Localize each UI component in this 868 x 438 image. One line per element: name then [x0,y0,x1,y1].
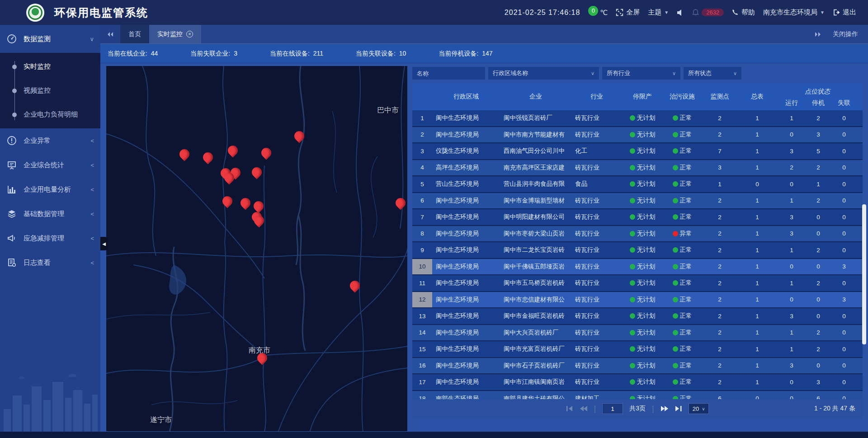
cell-region: 南部生态环境局 [432,391,500,400]
cell-run: 2 [777,160,807,176]
last-page-button[interactable] [675,405,682,412]
stat-item: 当前停机设备: 147 [439,50,492,58]
status-dot-icon [630,330,635,335]
table-row[interactable]: 11 阆中生态环境局 阆中市五马桥页岩机砖 砖瓦行业 无计划 正常 2 1 1 … [412,275,863,292]
tab-realtime-monitor[interactable]: 实时监控 × [149,25,201,43]
sidebar-group-log-file[interactable]: 日志查看 < [0,250,100,275]
sidebar-group-alert-circle[interactable]: 企业异常 < [0,128,100,153]
row-index: 14 [412,325,432,341]
page-number-input[interactable] [602,403,623,414]
sidebar-item[interactable]: 实时监控 [0,55,100,79]
table-row[interactable]: 10 阆中生态环境局 阆中千佛镇五郎垭页岩 砖瓦行业 无计划 正常 2 1 0 … [412,259,863,276]
table-row[interactable]: 7 阆中生态环境局 阆中明阳建材有限公司 砖瓦行业 无计划 正常 2 1 3 0… [412,209,863,226]
table-row[interactable]: 15 阆中生态环境局 阆中市光富页岩机砖厂 砖瓦行业 无计划 正常 2 1 1 … [412,341,863,358]
table-row[interactable]: 4 高坪生态环境局 南充市高坪区王家店建 砖瓦行业 无计划 正常 3 1 2 2… [412,160,863,177]
bottom-strip [0,432,868,438]
sidebar-group-layers[interactable]: 基础数据管理 < [0,202,100,226]
sidebar-group-bar-chart[interactable]: 企业用电量分析 < [0,177,100,202]
cell-limit-status: 无计划 [622,308,663,324]
status-dot-icon [673,330,678,335]
cell-limit-status: 无计划 [622,292,663,308]
collapse-sidebar-toggle[interactable]: ◀ [100,237,108,250]
sidebar-item[interactable]: 企业电力负荷明细 [0,103,100,127]
cell-company: 阆中市金福旺页岩机砖 [500,308,571,324]
fullscreen-icon [616,9,623,16]
megaphone-icon [0,233,24,243]
table-row[interactable]: 18 南部生态环境局 南部县建华土砖有限公 建材加工 无计划 正常 6 0 0 … [412,391,863,400]
cell-meter: 1 [738,292,777,308]
chevron-left-icon: < [90,235,94,242]
status-dot-icon [630,165,635,170]
speaker-icon[interactable] [677,9,684,16]
app-logo-icon [26,4,44,22]
org-menu[interactable]: 南充市生态环境局▼ [763,8,825,17]
cell-company: 阆中市光富页岩机砖厂 [500,341,571,357]
cell-facility-status: 异常 [663,226,702,242]
sidebar-group-presentation[interactable]: 企业综合统计 < [0,153,100,177]
cell-run: 3 [777,358,807,374]
name-search-input[interactable] [412,67,485,80]
status-dot-icon [673,115,678,121]
cell-limit-status: 无计划 [622,242,663,258]
table-row[interactable]: 12 阆中生态环境局 阆中市忠信建材有限公 砖瓦行业 无计划 正常 2 1 0 … [412,292,863,309]
cell-meter: 1 [738,341,777,357]
logout-button[interactable]: 退出 [833,8,856,17]
industry-select[interactable]: 所有行业∨ [602,67,680,80]
cell-region: 营山生态环境局 [432,176,500,192]
sidebar-group-megaphone[interactable]: 应急减排管理 < [0,226,100,250]
table-row[interactable]: 3 仪陇生态环境局 西南油气田分公司川中 化工 无计划 正常 7 1 3 5 0 [412,143,863,160]
table-row[interactable]: 1 阆中生态环境局 阆中强锐页岩砖厂 砖瓦行业 无计划 正常 2 1 1 2 0 [412,110,863,127]
help-button[interactable]: 帮助 [732,8,755,17]
status-dot-icon [630,115,635,121]
cell-region: 阆中生态环境局 [432,374,500,390]
cell-meter: 1 [738,193,777,209]
cell-run: 3 [777,209,807,225]
status-dot-icon [630,148,635,154]
status-dot-icon [630,247,635,253]
table-row[interactable]: 2 阆中生态环境局 阆中市南方节能建材有 砖瓦行业 无计划 正常 2 1 0 3… [412,127,863,144]
sidebar-group-label: 企业综合统计 [24,161,90,170]
sidebar-group-label: 日志查看 [24,259,90,267]
sidebar-group-gauge[interactable]: 数据监测 ∨ [0,25,100,53]
fullscreen-button[interactable]: 全屏 [616,8,640,17]
region-select[interactable]: 行政区域名称∨ [488,67,599,80]
chevron-left-icon: < [90,259,94,266]
map-panel[interactable]: 巴中市南充市遂宁市 [106,66,408,432]
table-body: 1 阆中生态环境局 阆中强锐页岩砖厂 砖瓦行业 无计划 正常 2 1 1 2 0… [412,110,863,399]
page-size-select[interactable]: 20∨ [689,403,709,414]
cell-run: 1 [777,275,807,291]
close-operations-button[interactable]: 关闭操作 [833,30,858,38]
table-row[interactable]: 13 阆中生态环境局 阆中市金福旺页岩机砖 砖瓦行业 无计划 正常 2 1 3 … [412,308,863,325]
temperature-value: 0 [588,6,598,16]
scroll-tabs-right-button[interactable] [815,32,821,37]
cell-limit-status: 无计划 [622,160,663,176]
first-page-button[interactable] [566,405,573,412]
table-row[interactable]: 14 阆中生态环境局 阆中大兴页岩机砖厂 砖瓦行业 无计划 正常 2 1 1 2… [412,325,863,342]
table-row[interactable]: 6 阆中生态环境局 阆中市金博瑞新型墙材 砖瓦行业 无计划 正常 2 1 1 2… [412,193,863,210]
next-page-button[interactable] [660,405,669,412]
prev-page-button[interactable] [580,405,588,412]
table-row[interactable]: 17 阆中生态环境局 阆中市江南镇阆南页岩 砖瓦行业 无计划 正常 2 1 0 … [412,374,863,391]
map-city-label: 遂宁市 [150,415,172,425]
status-dot-icon [673,247,678,253]
status-select[interactable]: 所有状态∨ [684,67,741,80]
cell-region: 阆中生态环境局 [432,110,500,126]
notification-bell[interactable]: 2632 [692,9,724,16]
table-row[interactable]: 8 阆中生态环境局 阆中市枣碧大梁山页岩 砖瓦行业 无计划 异常 2 1 3 0… [412,226,863,243]
close-tab-icon[interactable]: × [186,31,193,38]
cell-meter: 1 [738,160,777,176]
table-row[interactable]: 16 阆中生态环境局 阆中市石子页岩机砖厂 砖瓦行业 无计划 正常 2 1 3 … [412,358,863,375]
sidebar-item[interactable]: 视频监控 [0,79,100,103]
tab-home[interactable]: 首页 [120,25,149,43]
cell-facility-status: 正常 [663,143,702,159]
chevron-left-icon: < [90,162,94,169]
table-row[interactable]: 5 营山生态环境局 营山县润丰肉食品有限 食品 无计划 正常 1 0 0 1 0 [412,176,863,193]
cell-stop: 2 [807,110,830,126]
datetime-text: 2021-02-25 17:46:18 [505,9,580,17]
cell-company: 阆中市金博瑞新型墙材 [500,193,571,209]
scroll-tabs-left-button[interactable] [100,25,120,43]
table-scrollbar-thumb[interactable] [862,204,866,344]
cell-company: 阆中千佛镇五郎垭页岩 [500,259,571,275]
table-row[interactable]: 9 阆中生态环境局 阆中市二龙长宝页岩砖 砖瓦行业 无计划 正常 2 1 1 2… [412,242,863,259]
theme-menu[interactable]: 主题▼ [648,8,669,17]
